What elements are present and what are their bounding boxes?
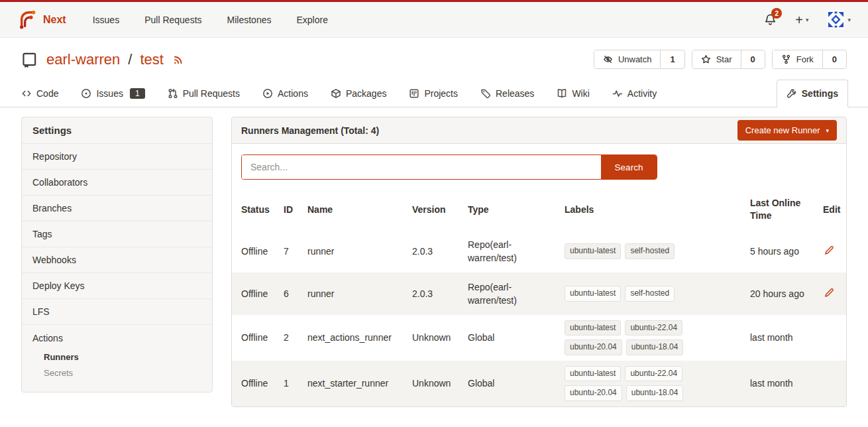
- sidebar-item-branches[interactable]: Branches: [22, 196, 212, 221]
- search-button[interactable]: Search: [601, 155, 657, 179]
- table-row: Offline7runner2.0.3Repo(earl-warren/test…: [232, 230, 846, 273]
- sidebar-subitem-runners[interactable]: Runners: [32, 349, 201, 365]
- sidebar-item-actions[interactable]: Actions: [32, 332, 201, 349]
- tab-settings[interactable]: Settings: [777, 80, 848, 107]
- runner-id: 7: [278, 230, 302, 273]
- runner-version: Unknown: [407, 315, 462, 361]
- runner-status: Offline: [232, 273, 278, 315]
- unwatch-count[interactable]: 1: [660, 50, 684, 68]
- fork-label: Fork: [796, 54, 814, 64]
- tab-activity[interactable]: Activity: [611, 80, 658, 107]
- create-menu-button[interactable]: + ▾: [795, 13, 808, 27]
- unwatch-button[interactable]: Unwatch: [594, 50, 661, 68]
- sidebar-item-lfs[interactable]: LFS: [22, 299, 212, 325]
- runner-type-cell: Repo(earl-warren/test): [462, 273, 559, 315]
- runner-labels-cell: ubuntu-latestubuntu-22.04ubuntu-20.04ubu…: [559, 361, 745, 406]
- edit-runner-button[interactable]: [823, 286, 836, 299]
- runner-version: Unknown: [407, 361, 462, 406]
- repo-title: earl-warren / test: [21, 51, 184, 68]
- rss-icon[interactable]: [173, 54, 184, 65]
- runners-panel: Runners Management (Total: 4) Create new…: [231, 117, 847, 407]
- repo-owner-link[interactable]: earl-warren: [46, 51, 120, 68]
- star-icon: [701, 54, 711, 64]
- runner-label-chip: ubuntu-latest: [565, 243, 621, 259]
- notifications-button[interactable]: 2: [764, 13, 777, 26]
- table-row: Offline1next_starter_runnerUnknownGlobal…: [232, 361, 846, 406]
- code-icon: [21, 88, 32, 99]
- sidebar-item-repository[interactable]: Repository: [22, 144, 212, 170]
- navbar-menu: IssuesPull RequestsMilestonesExplore: [93, 15, 328, 25]
- edit-runner-button[interactable]: [823, 244, 836, 257]
- tag-icon: [480, 88, 491, 99]
- pulse-icon: [612, 88, 623, 99]
- tab-code[interactable]: Code: [20, 80, 60, 107]
- runner-label-chip: ubuntu-20.04: [565, 339, 622, 355]
- fork-count[interactable]: 0: [822, 50, 846, 68]
- sidebar-item-deploy-keys[interactable]: Deploy Keys: [22, 273, 212, 299]
- tab-issues[interactable]: Issues1: [80, 80, 146, 107]
- runner-label-chip: ubuntu-latest: [565, 286, 621, 301]
- star-label: Star: [716, 54, 732, 64]
- tab-actions[interactable]: Actions: [261, 80, 309, 107]
- runner-edit-cell: [818, 230, 846, 273]
- tab-pull-requests[interactable]: Pull Requests: [166, 80, 241, 107]
- search-input[interactable]: [242, 155, 601, 179]
- runner-status: Offline: [232, 230, 278, 273]
- runner-label-chip: ubuntu-20.04: [565, 385, 622, 400]
- panel-header: Runners Management (Total: 4) Create new…: [232, 117, 846, 144]
- repo-name-link[interactable]: test: [140, 51, 163, 68]
- runner-labels: ubuntu-latestubuntu-22.04ubuntu-20.04ubu…: [565, 320, 700, 355]
- repo-tabbar: CodeIssues1Pull RequestsActionsPackagesP…: [0, 77, 868, 107]
- tab-wiki[interactable]: Wiki: [555, 80, 590, 107]
- navbar-item-issues[interactable]: Issues: [93, 15, 119, 25]
- search-row: Search: [232, 144, 846, 189]
- runner-label-chip: self-hosted: [625, 286, 675, 301]
- star-button[interactable]: Star: [692, 50, 741, 68]
- unwatch-label: Unwatch: [618, 54, 652, 64]
- sidebar-item-webhooks[interactable]: Webhooks: [22, 247, 212, 273]
- column-header-last-online-time: Last Online Time: [745, 189, 818, 230]
- create-new-runner-label: Create new Runner: [745, 125, 820, 135]
- runner-label-chip: ubuntu-latest: [565, 320, 621, 336]
- column-header-status: Status: [232, 189, 278, 230]
- runner-version: 2.0.3: [407, 230, 462, 273]
- sidebar-item-collaborators[interactable]: Collaborators: [22, 170, 212, 196]
- navbar-item-milestones[interactable]: Milestones: [227, 15, 272, 25]
- runner-last-online: 20 hours ago: [745, 273, 818, 315]
- tab-projects[interactable]: Projects: [407, 80, 459, 107]
- column-header-labels: Labels: [559, 189, 745, 230]
- column-header-id: ID: [278, 189, 302, 230]
- panel-title: Runners Management (Total: 4): [241, 125, 379, 136]
- star-count[interactable]: 0: [741, 50, 765, 68]
- navbar: Next IssuesPull RequestsMilestonesExplor…: [0, 2, 868, 38]
- package-icon: [331, 88, 341, 99]
- wrench-icon: [787, 88, 797, 99]
- fork-button[interactable]: Fork: [773, 50, 822, 68]
- tab-label: Actions: [278, 88, 308, 99]
- forgejo-logo-icon[interactable]: [17, 9, 37, 30]
- runner-label-chip: ubuntu-22.04: [625, 366, 682, 381]
- runner-name: runner: [302, 273, 407, 315]
- navbar-item-pull-requests[interactable]: Pull Requests: [144, 15, 201, 25]
- tab-count-badge: 1: [130, 88, 145, 99]
- user-menu-button[interactable]: ▾: [827, 11, 851, 29]
- book-icon: [557, 88, 567, 99]
- tab-packages[interactable]: Packages: [329, 80, 388, 107]
- sidebar-subitem-secrets[interactable]: Secrets: [32, 365, 201, 381]
- runner-type: Repo(earl-warren/test): [468, 280, 542, 308]
- runner-name: next_starter_runner: [302, 361, 407, 406]
- runner-label-chip: ubuntu-18.04: [626, 385, 684, 400]
- repo-actions: Unwatch1Star0Fork0: [594, 50, 847, 69]
- tab-label: Issues: [96, 88, 123, 99]
- runner-type-cell: Global: [462, 315, 559, 361]
- runner-status: Offline: [232, 361, 278, 406]
- sidebar-item-tags[interactable]: Tags: [22, 221, 212, 247]
- create-new-runner-button[interactable]: Create new Runner ▾: [737, 120, 837, 141]
- project-icon: [409, 88, 419, 99]
- eye-slash-icon: [603, 54, 613, 64]
- navbar-item-explore[interactable]: Explore: [296, 15, 327, 25]
- runner-id: 1: [278, 361, 302, 406]
- brand-label[interactable]: Next: [43, 14, 66, 26]
- runner-label-chip: self-hosted: [625, 243, 675, 259]
- tab-releases[interactable]: Releases: [479, 80, 535, 107]
